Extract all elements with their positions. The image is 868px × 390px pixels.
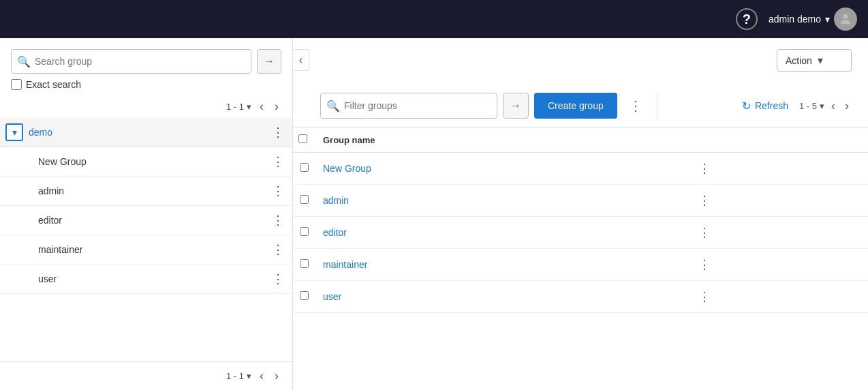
select-all-header [293, 127, 317, 153]
sidebar-pagination-top: 1 - 1 ▾ ‹ › [0, 95, 292, 118]
right-pagination-next-button[interactable]: › [842, 97, 852, 115]
child-item-menu-button[interactable]: ⋮ [269, 270, 287, 288]
tree-child-item[interactable]: editor ⋮ [0, 206, 292, 235]
group-name-link[interactable]: editor [323, 227, 347, 238]
help-icon[interactable]: ? [736, 8, 758, 30]
table-row[interactable]: admin ⋮ [293, 185, 868, 217]
toolbar-more-button[interactable]: ⋮ [623, 93, 649, 119]
actions-header-spacer [690, 127, 868, 153]
row-checkbox-cell [293, 281, 317, 313]
row-actions-cell: ⋮ [690, 153, 868, 185]
group-name-link[interactable]: user [323, 291, 341, 302]
exact-search-row: Exact search [0, 79, 292, 95]
row-menu-button[interactable]: ⋮ [696, 256, 713, 273]
row-checkbox-cell [293, 185, 317, 217]
groups-tbody: New Group ⋮ admin ⋮ editor ⋮ maintainer [293, 153, 868, 313]
right-range-label: 1 - 5 [799, 101, 817, 111]
main-layout: 🔍 → Exact search 1 - 1 ▾ ‹ › ▾ demo ⋮ [0, 38, 868, 390]
tree-root-label: demo [29, 127, 269, 138]
create-group-button[interactable]: Create group [534, 93, 617, 119]
child-item-menu-button[interactable]: ⋮ [269, 211, 287, 229]
row-group-name: editor [317, 217, 690, 249]
select-all-checkbox[interactable] [298, 134, 307, 143]
row-checkbox[interactable] [300, 195, 309, 204]
avatar[interactable] [834, 7, 857, 31]
action-chevron-icon: ▾ [818, 54, 843, 67]
tree-child-label: maintainer [38, 244, 269, 255]
filter-input[interactable] [344, 100, 491, 111]
row-menu-button[interactable]: ⋮ [696, 160, 713, 177]
pagination-prev-button[interactable]: ‹ [257, 98, 266, 115]
search-input-wrap: 🔍 [11, 49, 251, 74]
bottom-pagination-prev-button[interactable]: ‹ [257, 368, 266, 385]
root-item-menu-button[interactable]: ⋮ [269, 123, 287, 141]
pagination-range[interactable]: 1 - 1 ▾ [226, 102, 251, 112]
tree-list: ▾ demo ⋮ New Group ⋮ admin ⋮ editor ⋮ ma… [0, 118, 292, 361]
search-button[interactable]: → [257, 49, 281, 74]
right-range-select[interactable]: 1 - 5 ▾ [799, 101, 824, 111]
bottom-pagination-next-button[interactable]: › [272, 368, 281, 385]
collapse-sidebar-button[interactable]: ‹ [293, 49, 309, 71]
child-item-menu-button[interactable]: ⋮ [269, 182, 287, 200]
table-row[interactable]: user ⋮ [293, 281, 868, 313]
user-menu[interactable]: admin demo ▾ [769, 7, 857, 31]
tree-child-label: New Group [38, 156, 269, 167]
tree-child-item[interactable]: admin ⋮ [0, 177, 292, 206]
group-name-link[interactable]: admin [323, 195, 349, 206]
sidebar: 🔍 → Exact search 1 - 1 ▾ ‹ › ▾ demo ⋮ [0, 38, 293, 390]
tree-children: New Group ⋮ admin ⋮ editor ⋮ maintainer … [0, 147, 292, 294]
tree-child-item[interactable]: user ⋮ [0, 265, 292, 294]
row-group-name: admin [317, 185, 690, 217]
row-checkbox-cell [293, 153, 317, 185]
row-checkbox[interactable] [300, 259, 309, 268]
expand-button[interactable]: ▾ [5, 123, 23, 141]
topnav: ? admin demo ▾ [0, 0, 868, 38]
toolbar-row: 🔍 → Create group ⋮ ↻ Refresh 1 - 5 ▾ ‹ › [293, 93, 868, 127]
tree-child-item[interactable]: New Group ⋮ [0, 147, 292, 177]
row-checkbox-cell [293, 249, 317, 281]
row-menu-button[interactable]: ⋮ [696, 288, 713, 305]
search-input[interactable] [35, 56, 245, 67]
table-row[interactable]: maintainer ⋮ [293, 249, 868, 281]
range-chevron-icon: ▾ [247, 102, 251, 112]
row-checkbox-cell [293, 217, 317, 249]
bottom-pagination-range[interactable]: 1 - 1 ▾ [226, 371, 251, 381]
right-pagination-prev-button[interactable]: ‹ [828, 97, 838, 115]
row-actions-cell: ⋮ [690, 281, 868, 313]
row-group-name: maintainer [317, 249, 690, 281]
child-item-menu-button[interactable]: ⋮ [269, 153, 287, 170]
child-item-menu-button[interactable]: ⋮ [269, 241, 287, 258]
group-name-link[interactable]: maintainer [323, 259, 367, 270]
row-group-name: New Group [317, 153, 690, 185]
exact-search-checkbox[interactable] [11, 79, 22, 90]
group-name-link[interactable]: New Group [323, 163, 371, 174]
table-row[interactable]: editor ⋮ [293, 217, 868, 249]
groups-table-wrap: Group name New Group ⋮ admin ⋮ [293, 127, 868, 390]
refresh-label: Refresh [755, 100, 788, 111]
refresh-button[interactable]: ↻ Refresh [737, 100, 794, 112]
filter-arrow-button[interactable]: → [503, 93, 529, 119]
tree-root-item[interactable]: ▾ demo ⋮ [0, 118, 292, 147]
row-actions-cell: ⋮ [690, 249, 868, 281]
tree-child-item[interactable]: maintainer ⋮ [0, 235, 292, 265]
right-pagination: 1 - 5 ▾ ‹ › [799, 97, 852, 115]
search-icon: 🔍 [17, 55, 31, 68]
sidebar-pagination-bottom: 1 - 1 ▾ ‹ › [0, 361, 292, 390]
row-checkbox[interactable] [300, 227, 309, 236]
group-name-header: Group name [317, 127, 690, 153]
action-dropdown[interactable]: Action ▾ [777, 49, 852, 72]
toolbar-divider [657, 93, 657, 119]
row-checkbox[interactable] [300, 163, 309, 172]
row-menu-button[interactable]: ⋮ [696, 192, 713, 209]
right-header: Action ▾ [293, 38, 868, 93]
user-label: admin demo [769, 14, 821, 25]
exact-search-label[interactable]: Exact search [26, 79, 81, 90]
pagination-next-button[interactable]: › [272, 98, 281, 115]
row-menu-button[interactable]: ⋮ [696, 224, 713, 241]
tree-child-label: editor [38, 215, 269, 226]
action-label: Action [786, 55, 812, 66]
row-checkbox[interactable] [300, 291, 309, 300]
filter-search-icon: 🔍 [326, 100, 340, 112]
bottom-range-chevron-icon: ▾ [247, 371, 251, 381]
table-row[interactable]: New Group ⋮ [293, 153, 868, 185]
